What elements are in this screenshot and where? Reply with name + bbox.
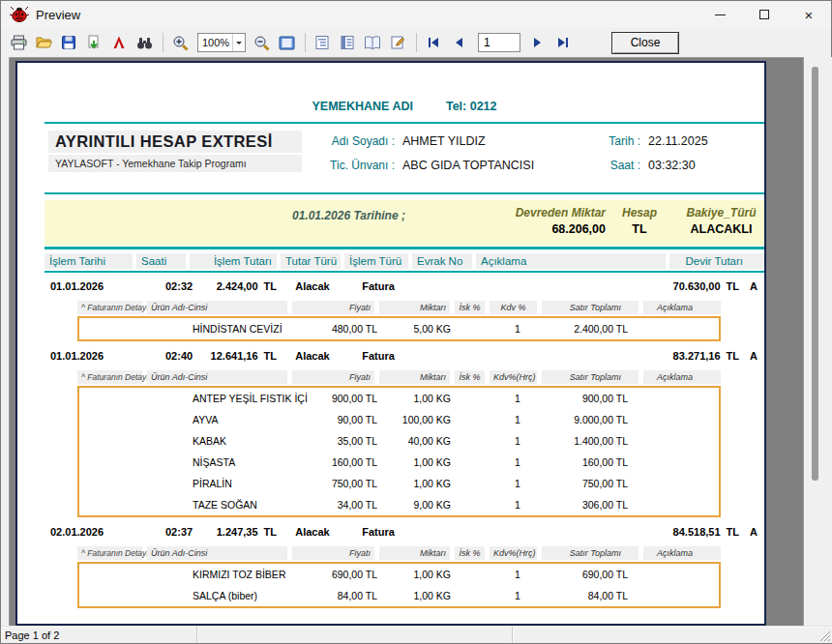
txn-devir-flag: A: [743, 350, 764, 362]
page-list-icon: [340, 35, 355, 50]
detail-column-header: Açıklama: [643, 370, 721, 384]
zoom-level-combobox[interactable]: 100%: [197, 33, 246, 52]
two-page-view-button[interactable]: [361, 31, 384, 54]
window-title: Preview: [36, 8, 80, 22]
item-kdv: 1: [491, 569, 544, 580]
detail-column-header: Miktarı: [379, 370, 450, 384]
name-value: AHMET YILDIZ: [402, 134, 486, 148]
detail-item-row: HİNDİSTAN CEVİZİ480,00 TL5,00 KG12.400,0…: [79, 318, 723, 339]
item-name: KIRMIZI TOZ BİBER: [149, 569, 294, 580]
detail-column-header: Satır Toplamı: [542, 370, 639, 384]
print-icon: [11, 35, 27, 50]
txn-time: 02:32: [136, 280, 190, 292]
statusbar-page-panel: Page 1 of 2: [1, 627, 197, 643]
date-label: Tarih :: [579, 134, 640, 148]
last-page-icon: [556, 36, 570, 49]
txn-evrak-no: [412, 280, 476, 292]
minimize-button[interactable]: [698, 1, 742, 28]
open-button[interactable]: [32, 31, 55, 54]
detail-item-row: AYVA90,00 TL100,00 KG19.000,00 TL: [79, 409, 723, 430]
edit-page-button[interactable]: [386, 31, 409, 54]
report-info-section: AYRINTILI HESAP EXTRESİ YAYLASOFT - Yeme…: [45, 131, 764, 189]
txn-amount-value: 2.424,00: [217, 280, 258, 292]
item-price: 90,00 TL: [294, 414, 381, 425]
invoice-detail-box: KIRMIZI TOZ BİBER690,00 TL1,00 KG1690,00…: [77, 562, 721, 608]
detail-label: ^ Faturanın Detayı :: [77, 546, 142, 560]
item-qty: 1,00 KG: [381, 569, 457, 580]
item-name: ANTEP YEŞİL FISTIK İÇİ: [149, 393, 294, 404]
zoom-out-button[interactable]: [250, 31, 273, 54]
txn-islem-turu: Fatura: [344, 350, 412, 362]
report-title-block: AYRINTILI HESAP EXTRESİ YAYLASOFT - Yeme…: [48, 131, 302, 172]
zoom-dropdown-arrow-icon[interactable]: [232, 34, 245, 51]
first-page-button[interactable]: [422, 31, 445, 54]
last-page-button[interactable]: [551, 31, 575, 54]
txn-devir-flag: A: [743, 526, 764, 538]
page-list-button[interactable]: [336, 31, 359, 54]
invoice-detail-box: ANTEP YEŞİL FISTIK İÇİ900,00 TL1,00 KG19…: [77, 386, 721, 517]
zoom-out-icon: [253, 35, 270, 51]
txn-devir-value: 70.630,00: [673, 280, 721, 292]
item-kdv: 1: [491, 435, 544, 447]
item-qty: 40,00 KG: [381, 435, 457, 447]
customer-name-row: Adı Soyadı : AHMET YILDIZ: [286, 134, 486, 148]
detail-header-row: ^ Faturanın Detayı :Ürün Adı-CinsiFiyatı…: [77, 370, 721, 384]
whole-page-button[interactable]: [275, 31, 298, 54]
txn-devir-currency: TL: [727, 350, 739, 362]
next-page-button[interactable]: [526, 31, 550, 54]
txn-devir-value: 84.518,51: [673, 526, 721, 538]
whole-page-icon: [279, 36, 295, 50]
txn-islem-turu: Fatura: [344, 526, 412, 538]
txn-date: 01.01.2026: [45, 280, 136, 292]
find-button[interactable]: [133, 31, 156, 54]
detail-column-header: Fiyatı: [292, 546, 374, 560]
column-header: İşlem Tutarı: [190, 253, 277, 269]
report-content: YEMEKHANE ADI Tel: 0212 AYRINTILI HESAP …: [45, 100, 764, 608]
txn-time: 02:40: [136, 350, 190, 362]
close-button[interactable]: Close: [611, 32, 679, 54]
print-button[interactable]: [7, 31, 30, 54]
export-button[interactable]: [82, 31, 105, 54]
toolbar-separator: [163, 33, 163, 52]
preview-area: YEMEKHANE ADI Tel: 0212 AYRINTILI HESAP …: [1, 57, 832, 628]
item-qty: 9,00 KG: [381, 499, 457, 511]
item-total: 750,00 TL: [544, 478, 645, 489]
txn-aciklama: [476, 526, 669, 538]
maximize-button[interactable]: [742, 1, 787, 28]
edit-page-icon: [390, 35, 405, 50]
detail-header-row: ^ Faturanın Detayı :Ürün Adı-CinsiFiyatı…: [77, 301, 721, 314]
name-label: Adı Soyadı :: [286, 134, 395, 148]
item-total: 9.000,00 TL: [544, 414, 645, 425]
txn-tutar-turu: Alacak: [281, 350, 344, 362]
detail-column-header: Ürün Adı-Cinsi: [147, 370, 287, 384]
open-folder-icon: [36, 35, 52, 50]
item-kdv: 1: [491, 414, 544, 425]
save-button[interactable]: [57, 31, 80, 54]
statusbar-panel: [197, 627, 513, 643]
zoom-in-button[interactable]: [168, 31, 192, 54]
detail-column-header: Fiyatı: [292, 370, 374, 384]
detail-item-row: KABAK35,00 TL40,00 KG11.400,00 TL: [79, 430, 723, 452]
txn-time: 02:37: [136, 526, 190, 538]
txn-amount-value: 12.641,16: [211, 350, 258, 362]
item-total: 2.400,00 TL: [544, 323, 645, 335]
item-name: KABAK: [149, 435, 294, 447]
report-date-row: Tarih : 22.11.2025: [579, 134, 708, 148]
export-page-icon: [86, 35, 102, 50]
pdf-button[interactable]: [107, 31, 131, 54]
page-number-input[interactable]: [478, 33, 520, 52]
time-label: Saat :: [579, 159, 640, 172]
page-setup-button[interactable]: [311, 31, 334, 54]
item-qty: 1,00 KG: [381, 456, 457, 468]
detail-column-header: Kdv%(Hrç): [490, 370, 537, 384]
item-total: 84,00 TL: [544, 590, 645, 601]
column-header: İşlem Türü: [344, 253, 408, 269]
hesap: Hesap TL: [615, 206, 664, 236]
txn-amount: 2.424,00TL: [190, 280, 281, 292]
item-kdv: 1: [491, 456, 544, 468]
close-window-button[interactable]: ×: [787, 1, 831, 28]
previous-page-button[interactable]: [447, 31, 470, 54]
item-qty: 1,00 KG: [381, 393, 457, 404]
item-total: 306,00 TL: [544, 499, 645, 511]
vertical-scrollbar-thumb[interactable]: [812, 67, 818, 481]
